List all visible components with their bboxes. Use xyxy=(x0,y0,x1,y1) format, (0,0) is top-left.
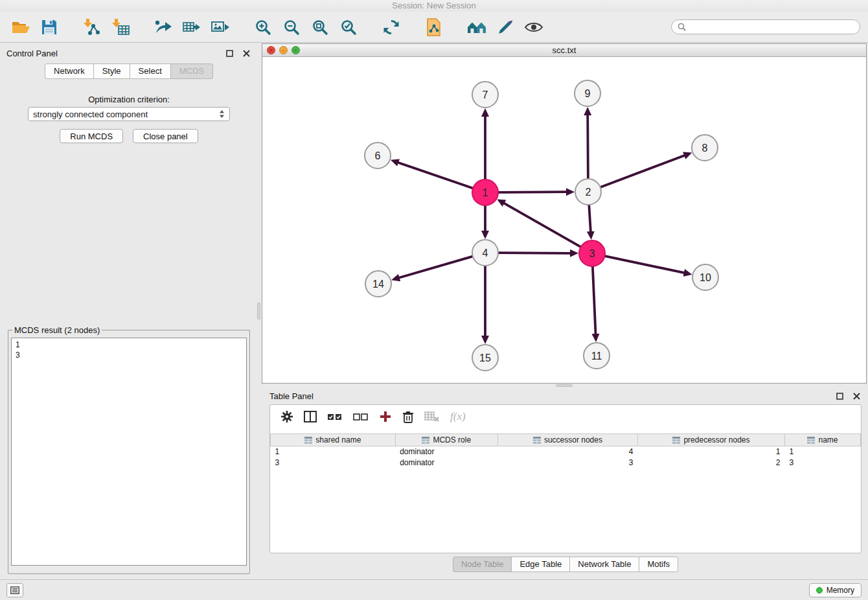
table-panel-title: Table Panel xyxy=(269,391,314,401)
splitter-handle[interactable] xyxy=(257,303,260,319)
float-panel-icon[interactable] xyxy=(224,48,234,58)
table-panel: Table Panel xyxy=(262,387,867,579)
tab-motifs[interactable]: Motifs xyxy=(639,557,678,572)
tab-mcds[interactable]: MCDS xyxy=(170,63,213,79)
export-network-button[interactable] xyxy=(150,14,176,40)
zoom-in-button[interactable] xyxy=(250,14,276,40)
column-header-mcds-role[interactable]: MCDS role xyxy=(395,434,497,446)
mcds-result-list[interactable]: 13 xyxy=(11,338,247,566)
tab-network-table[interactable]: Network Table xyxy=(569,557,639,572)
tab-network[interactable]: Network xyxy=(45,63,94,79)
graph-edge-2-9[interactable] xyxy=(588,115,588,179)
minimize-window-icon[interactable]: − xyxy=(279,46,288,54)
table-cell[interactable]: dominator xyxy=(395,446,497,457)
graph-edge-1-6[interactable] xyxy=(398,163,473,189)
tab-select[interactable]: Select xyxy=(130,63,171,79)
tab-style[interactable]: Style xyxy=(93,63,130,79)
table-cell[interactable]: 1 xyxy=(271,446,396,457)
graph-edge-3-10[interactable] xyxy=(605,256,685,273)
graph-edge-4-14[interactable] xyxy=(399,257,473,278)
close-window-icon[interactable]: ✕ xyxy=(267,46,275,54)
control-panel-tabs: NetworkStyleSelectMCDS xyxy=(6,63,251,79)
graph-edge-3-1[interactable] xyxy=(504,203,581,247)
table-cell[interactable]: 3 xyxy=(271,457,396,468)
run-mcds-button[interactable]: Run MCDS xyxy=(60,129,123,143)
graph-edge-1-2[interactable] xyxy=(498,192,567,192)
table-row[interactable]: 3dominator323 xyxy=(271,457,861,468)
graph-node-9[interactable]: 9 xyxy=(575,80,600,106)
tab-edge-table[interactable]: Edge Table xyxy=(511,557,570,572)
network-from-selection-button[interactable] xyxy=(421,14,447,40)
zoom-fit-button[interactable] xyxy=(307,14,333,40)
function-builder-button[interactable]: f(x) xyxy=(450,408,466,425)
control-panel: Control Panel NetworkStyleSelectMCDS Opt… xyxy=(0,43,257,579)
first-neighbors-button[interactable] xyxy=(464,14,490,40)
graph-node-8[interactable]: 8 xyxy=(692,135,718,161)
graph-node-1[interactable]: 1 xyxy=(472,179,498,205)
splitter-handle[interactable] xyxy=(556,384,573,387)
graph-node-4[interactable]: 4 xyxy=(472,240,498,266)
graph-node-14[interactable]: 14 xyxy=(365,271,391,297)
graph-edge-3-11[interactable] xyxy=(593,266,596,334)
memory-button[interactable]: Memory xyxy=(809,583,862,597)
zoom-out-button[interactable] xyxy=(279,14,304,40)
close-panel-button[interactable]: Close panel xyxy=(133,129,198,143)
table-row[interactable]: 1dominator411 xyxy=(271,446,861,457)
table-cell[interactable]: dominator xyxy=(395,457,497,468)
graph-node-15[interactable]: 15 xyxy=(472,345,498,371)
column-header-shared-name[interactable]: shared name xyxy=(271,434,396,446)
graph-edge-4-3[interactable] xyxy=(498,253,571,253)
svg-text:3: 3 xyxy=(589,248,595,259)
graph-edge-2-8[interactable] xyxy=(600,156,685,187)
apply-style-button[interactable] xyxy=(492,14,518,40)
column-header-predecessor-nodes[interactable]: predecessor nodes xyxy=(637,434,784,446)
table-settings-button[interactable] xyxy=(280,408,293,425)
graph-node-7[interactable]: 7 xyxy=(472,82,498,108)
column-header-successor-nodes[interactable]: successor nodes xyxy=(497,434,637,446)
graph-node-2[interactable]: 2 xyxy=(575,179,601,205)
folder-icon xyxy=(11,19,30,35)
search-icon xyxy=(678,23,686,31)
show-columns-button[interactable] xyxy=(304,408,317,425)
task-history-button[interactable] xyxy=(6,583,23,597)
tab-node-table[interactable]: Node Table xyxy=(453,557,512,572)
column-header-name[interactable]: name xyxy=(785,434,861,446)
save-session-button[interactable] xyxy=(36,14,62,40)
delete-row-button[interactable] xyxy=(402,408,414,425)
export-image-button[interactable] xyxy=(207,14,233,40)
table-cell[interactable]: 3 xyxy=(497,457,637,468)
table-cell[interactable]: 3 xyxy=(785,457,861,468)
zoom-selected-button[interactable] xyxy=(336,14,361,40)
close-panel-icon[interactable] xyxy=(851,391,862,401)
gear-icon xyxy=(280,410,293,423)
graph-node-10[interactable]: 10 xyxy=(692,264,718,290)
zoom-window-icon[interactable]: + xyxy=(291,46,300,54)
float-panel-icon[interactable] xyxy=(834,391,845,401)
network-graph-canvas[interactable]: 7968124314101511 xyxy=(262,57,866,383)
add-row-button[interactable] xyxy=(379,408,392,425)
table-cell[interactable]: 4 xyxy=(497,446,637,457)
export-table-button[interactable] xyxy=(179,14,205,40)
vertical-splitter[interactable] xyxy=(257,43,262,579)
delete-table-button[interactable] xyxy=(424,408,440,425)
apply-layout-button[interactable] xyxy=(378,14,404,40)
import-network-button[interactable] xyxy=(79,14,105,40)
table-panel-tabs: Node TableEdge TableNetwork TableMotifs xyxy=(269,553,862,579)
graph-node-3[interactable]: 3 xyxy=(579,240,605,266)
mcds-result-line: 1 xyxy=(16,340,242,350)
show-hide-details-button[interactable] xyxy=(521,14,547,40)
column-type-icon xyxy=(422,437,429,444)
import-table-button[interactable] xyxy=(108,14,133,40)
optimization-dropdown[interactable]: strongly connected component xyxy=(28,107,230,121)
search-input[interactable] xyxy=(689,23,854,32)
table-cell[interactable]: 1 xyxy=(785,446,861,457)
table-cell[interactable]: 1 xyxy=(637,446,784,457)
close-panel-icon[interactable] xyxy=(241,48,251,58)
graph-node-11[interactable]: 11 xyxy=(584,343,610,369)
select-all-button[interactable] xyxy=(327,408,343,425)
unselect-all-button[interactable] xyxy=(353,408,369,425)
table-cell[interactable]: 2 xyxy=(637,457,784,468)
graph-edge-2-3[interactable] xyxy=(589,205,591,232)
graph-node-6[interactable]: 6 xyxy=(365,143,391,168)
open-file-button[interactable] xyxy=(8,14,34,40)
